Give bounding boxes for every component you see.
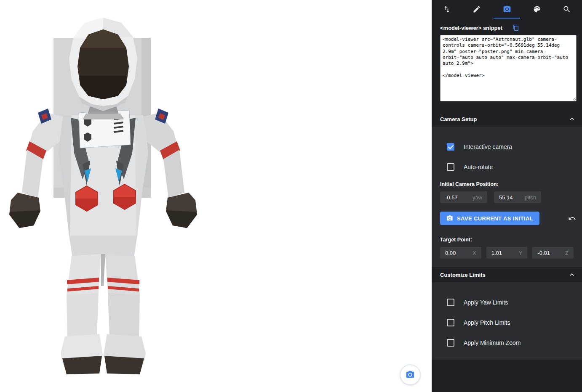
target-point-label: Target Point:: [432, 233, 582, 247]
search-icon: [563, 5, 571, 13]
yaw-suffix: yaw: [473, 194, 482, 201]
tab-camera[interactable]: [492, 0, 522, 19]
pitch-field[interactable]: 55.14 pitch: [494, 191, 541, 203]
chevron-up-icon: [568, 270, 576, 279]
apply-pitch-limits-checkbox[interactable]: [447, 319, 454, 326]
auto-rotate-checkbox-row[interactable]: Auto-rotate: [432, 157, 582, 177]
target-point-fields: 0.00 X 1.01 Y -0.01 Z: [432, 247, 582, 259]
editor-panel: <model-viewer> snippet <model-viewer src…: [432, 0, 582, 392]
apply-minimum-zoom-label: Apply Minimum Zoom: [464, 339, 521, 346]
camera-setup-body: Interactive camera Auto-rotate Initial C…: [432, 127, 582, 267]
snippet-code-textarea[interactable]: <model-viewer src="Astronaut.glb" camera…: [440, 35, 577, 101]
apply-yaw-limits-checkbox-row[interactable]: Apply Yaw Limits: [432, 292, 582, 313]
snippet-header: <model-viewer> snippet: [432, 19, 582, 35]
apply-minimum-zoom-checkbox[interactable]: [447, 339, 454, 347]
pitch-value: 55.14: [499, 194, 513, 201]
copy-icon: [513, 24, 519, 31]
tab-materials[interactable]: [522, 0, 552, 19]
model-viewport[interactable]: [0, 0, 432, 392]
panel-tab-bar: [432, 0, 582, 19]
tab-edit[interactable]: [462, 0, 491, 19]
initial-camera-position-fields: -0.57 yaw 55.14 pitch: [432, 191, 582, 203]
camera-icon: [406, 370, 415, 379]
apply-pitch-limits-checkbox-row[interactable]: Apply Pitch Limits: [432, 313, 582, 333]
target-z-suffix: Z: [565, 250, 569, 256]
snippet-title: <model-viewer> snippet: [440, 25, 502, 31]
yaw-value: -0.57: [445, 194, 458, 201]
customize-limits-header[interactable]: Customize Limits: [432, 267, 582, 282]
apply-yaw-limits-checkbox[interactable]: [447, 299, 454, 306]
initial-camera-position-label: Initial Camera Position:: [432, 177, 582, 191]
apply-pitch-limits-label: Apply Pitch Limits: [464, 319, 510, 326]
interactive-camera-label: Interactive camera: [464, 143, 512, 150]
target-y-suffix: Y: [519, 250, 523, 256]
auto-rotate-checkbox[interactable]: [447, 163, 454, 171]
yaw-field[interactable]: -0.57 yaw: [440, 191, 487, 203]
revert-camera-button[interactable]: [568, 215, 576, 222]
astronaut-model: [0, 12, 211, 374]
copy-snippet-button[interactable]: [513, 24, 519, 31]
tab-inspector[interactable]: [552, 0, 582, 19]
target-z-value: -0.01: [537, 250, 550, 256]
model-viewer-editor: <model-viewer> snippet <model-viewer src…: [0, 0, 582, 392]
interactive-camera-checkbox-row[interactable]: Interactive camera: [432, 137, 582, 157]
target-z-field[interactable]: -0.01 Z: [532, 247, 574, 259]
camera-icon: [446, 215, 453, 222]
customize-limits-title: Customize Limits: [440, 272, 486, 278]
target-x-field[interactable]: 0.00 X: [440, 247, 481, 259]
edit-icon: [473, 5, 481, 13]
apply-minimum-zoom-checkbox-row[interactable]: Apply Minimum Zoom: [432, 333, 582, 353]
interactive-camera-checkbox[interactable]: [447, 143, 454, 151]
undo-icon: [568, 215, 576, 222]
target-y-value: 1.01: [491, 250, 502, 256]
camera-setup-title: Camera Setup: [440, 116, 477, 122]
customize-limits-body: Apply Yaw Limits Apply Pitch Limits Appl…: [432, 282, 582, 360]
camera-setup-header[interactable]: Camera Setup: [432, 111, 582, 127]
apply-yaw-limits-label: Apply Yaw Limits: [464, 299, 508, 306]
save-current-as-initial-button[interactable]: SAVE CURRENT AS INITIAL: [440, 212, 539, 225]
save-initial-row: SAVE CURRENT AS INITIAL: [432, 203, 582, 227]
camera-icon: [503, 5, 511, 13]
pitch-suffix: pitch: [525, 194, 536, 201]
save-button-label: SAVE CURRENT AS INITIAL: [457, 215, 533, 222]
import-export-icon: [443, 5, 451, 13]
screenshot-fab-button[interactable]: [400, 365, 420, 385]
tab-file-controls[interactable]: [432, 0, 462, 19]
target-y-field[interactable]: 1.01 Y: [486, 247, 528, 259]
chevron-up-icon: [568, 115, 576, 123]
palette-icon: [533, 5, 541, 13]
target-x-value: 0.00: [445, 250, 456, 256]
target-x-suffix: X: [473, 250, 476, 256]
auto-rotate-label: Auto-rotate: [464, 164, 493, 170]
